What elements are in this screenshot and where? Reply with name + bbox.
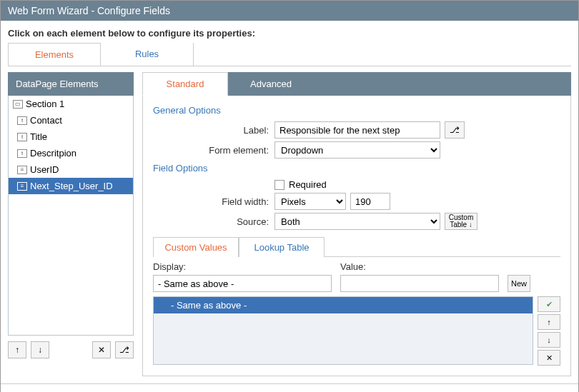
item-label: Contact	[30, 115, 62, 126]
form-element-label: Form element:	[153, 145, 274, 156]
item-label: Descritpion	[30, 148, 76, 159]
required-checkbox[interactable]	[274, 180, 284, 190]
source-select[interactable]: Both	[274, 213, 440, 230]
wizard-footer: Preview Cancel << < Back Next > >> Finis…	[1, 383, 578, 392]
item-label: UserID	[30, 164, 59, 175]
text-field-icon: t	[17, 116, 27, 125]
tab-bar-filler	[314, 72, 571, 96]
wizard-window: Web Form Wizard - Configure Fields Click…	[0, 0, 579, 392]
datapage-item-userid[interactable]: ≡ UserID	[9, 161, 133, 178]
list-field-icon: ≡	[17, 166, 27, 174]
tab-elements[interactable]: Elements	[8, 43, 101, 66]
field-width-value-input[interactable]	[350, 193, 390, 210]
custom-table-button[interactable]: Custom Table ↓	[445, 213, 477, 230]
delete-button[interactable]: ✕	[92, 341, 111, 358]
datapage-item-contact[interactable]: t Contact	[9, 112, 133, 129]
window-title: Web Form Wizard - Configure Fields	[8, 5, 170, 16]
datapage-toolbar: ↑ ↓ ✕ ⎇	[8, 341, 134, 358]
tab-custom-values[interactable]: Custom Values	[153, 237, 239, 257]
datapage-item-title[interactable]: t Title	[9, 129, 133, 145]
datapage-panel: DataPage Elements ▭ Section 1 t Contact …	[8, 72, 134, 376]
values-actions: ✔ ↑ ↓ ✕	[538, 296, 560, 366]
field-width-unit-select[interactable]: Pixels	[274, 193, 346, 210]
general-options-title: General Options	[153, 105, 560, 116]
datapage-header: DataPage Elements	[8, 72, 134, 96]
value-delete-button[interactable]: ✕	[538, 350, 560, 366]
required-label: Required	[289, 179, 327, 190]
source-label: Source:	[153, 216, 274, 227]
move-down-button[interactable]: ↓	[31, 341, 49, 358]
datapage-item-description[interactable]: t Descritpion	[9, 145, 133, 161]
values-list[interactable]: - Same as above -	[153, 296, 533, 365]
value-input[interactable]	[340, 275, 499, 292]
section-icon: ▭	[13, 100, 23, 109]
tab-advanced[interactable]: Advanced	[228, 72, 314, 96]
field-options-title: Field Options	[153, 163, 560, 174]
tree-icon: ⎇	[450, 125, 460, 135]
config-area: General Options Label: ⎇ Form element: D…	[142, 95, 571, 376]
confirm-value-button[interactable]: ✔	[538, 296, 560, 312]
display-input[interactable]	[153, 275, 332, 292]
display-header: Display:	[153, 261, 332, 272]
item-label: Title	[30, 131, 47, 142]
label-label: Label:	[153, 125, 274, 136]
datapage-item-next-step-user-id[interactable]: ≡ Next_Step_User_ID	[9, 178, 133, 194]
field-width-label: Field width:	[153, 196, 274, 207]
item-label: Next_Step_User_ID	[30, 181, 113, 191]
instructions-text: Click on each element below to configure…	[1, 21, 578, 43]
configure-panel: Standard Advanced General Options Label:…	[142, 72, 571, 376]
outer-tabs: Elements Rules	[8, 43, 571, 66]
new-value-button[interactable]: New	[508, 275, 530, 292]
datapage-section[interactable]: ▭ Section 1	[9, 96, 133, 112]
text-field-icon: t	[17, 149, 27, 158]
value-header: Value:	[340, 261, 499, 272]
label-input[interactable]	[274, 121, 440, 139]
inner-tabs: Standard Advanced	[142, 72, 571, 96]
tab-standard[interactable]: Standard	[142, 72, 228, 96]
datapage-list: ▭ Section 1 t Contact t Title t Descritp…	[8, 96, 134, 336]
window-titlebar: Web Form Wizard - Configure Fields	[1, 1, 578, 21]
form-element-select[interactable]: Dropdown	[274, 141, 440, 159]
values-tabs: Custom Values Lookup Table	[153, 237, 560, 257]
custom-values-area: Display: Value: New - Same	[153, 256, 560, 366]
label-options-button[interactable]: ⎇	[445, 121, 465, 139]
move-up-button[interactable]: ↑	[8, 341, 26, 358]
branch-button[interactable]: ⎇	[115, 341, 134, 358]
values-list-row[interactable]: - Same as above -	[154, 297, 533, 313]
tab-rules[interactable]: Rules	[101, 43, 194, 66]
value-move-up-button[interactable]: ↑	[538, 314, 560, 330]
value-move-down-button[interactable]: ↓	[538, 332, 560, 348]
tab-lookup-table[interactable]: Lookup Table	[239, 237, 325, 257]
list-field-icon: ≡	[17, 182, 27, 191]
text-field-icon: t	[17, 133, 27, 141]
section-label: Section 1	[26, 99, 64, 109]
